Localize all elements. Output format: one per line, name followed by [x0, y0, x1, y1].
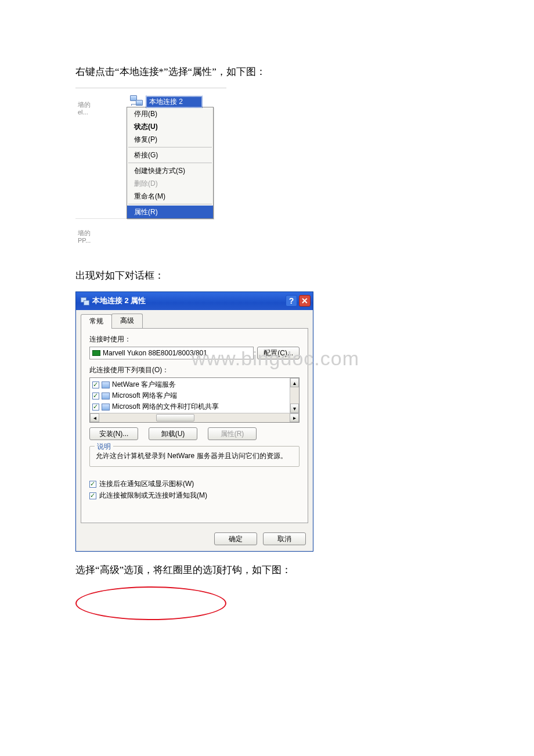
gutter-text: el...: [78, 109, 124, 116]
horizontal-scrollbar[interactable]: ◂ ▸: [90, 413, 299, 422]
description-legend: 说明: [95, 442, 113, 452]
menu-delete: 删除(D): [127, 177, 213, 190]
tab-general[interactable]: 常规: [81, 314, 112, 329]
gutter-text: 墙的: [78, 229, 124, 237]
scroll-right-icon[interactable]: ▸: [290, 413, 299, 422]
red-ellipse-icon: [75, 586, 226, 620]
checkbox-icon[interactable]: [89, 492, 96, 499]
help-button[interactable]: ?: [286, 295, 297, 307]
menu-separator: [128, 163, 212, 163]
service-icon: [102, 404, 110, 411]
item-label: Microsoft 网络的文件和打印机共享: [112, 402, 219, 412]
menu-create-shortcut[interactable]: 创建快捷方式(S): [127, 164, 213, 177]
paragraph-2: 出现对如下对话框：: [75, 268, 459, 283]
show-icon-label: 连接后在通知区域显示图标(W): [99, 479, 194, 489]
label-connect-using: 连接时使用：: [89, 334, 300, 344]
network-connection-icon[interactable]: [130, 95, 145, 108]
menu-separator: [128, 147, 212, 147]
menu-disable[interactable]: 停用(B): [127, 107, 213, 120]
ok-button[interactable]: 确定: [214, 532, 257, 545]
menu-bridge[interactable]: 桥接(G): [127, 149, 213, 161]
list-item[interactable]: Microsoft 网络的文件和打印机共享: [90, 401, 299, 412]
show-icon-checkbox-row[interactable]: 连接后在通知区域显示图标(W): [89, 479, 300, 489]
properties-dialog: 本地连接 2 属性 ? ✕ 常规 高级 连接时使用： Marvell Yukon…: [75, 291, 313, 552]
scroll-up-icon[interactable]: ▴: [290, 378, 299, 387]
menu-repair[interactable]: 修复(P): [127, 133, 213, 146]
menu-properties[interactable]: 属性(R): [127, 206, 213, 218]
network-icon: [81, 297, 89, 304]
scroll-down-icon[interactable]: ▾: [290, 404, 299, 413]
notify-label: 此连接被限制或无连接时通知我(M): [99, 491, 207, 501]
checkbox-icon[interactable]: [89, 481, 96, 488]
network-card-icon: [92, 350, 100, 356]
tab-strip: 常规 高级: [76, 310, 313, 328]
item-label: Microsoft 网络客户端: [112, 391, 177, 401]
checkbox-icon[interactable]: [92, 381, 99, 388]
title-bar[interactable]: 本地连接 2 属性 ? ✕: [76, 292, 313, 310]
left-gutter-1: 墙的 el...: [75, 91, 127, 219]
label-this-connection-items: 此连接使用下列项目(O)：: [89, 365, 300, 375]
dialog-title: 本地连接 2 属性: [92, 296, 146, 306]
configure-button[interactable]: 配置(C)...: [257, 347, 300, 359]
item-label: NetWare 客户端服务: [112, 380, 176, 390]
install-button[interactable]: 安装(N)...: [89, 427, 138, 440]
item-properties-button: 属性(R): [208, 427, 257, 440]
tab-body-general: 连接时使用： Marvell Yukon 88E8001/8003/801 配置…: [81, 328, 308, 523]
menu-rename[interactable]: 重命名(M): [127, 190, 213, 203]
tab-advanced[interactable]: 高级: [111, 314, 143, 328]
service-icon: [102, 381, 110, 388]
connection-name-selected[interactable]: 本地连接 2: [146, 96, 202, 107]
menu-separator: [128, 204, 212, 204]
scroll-left-icon[interactable]: ◂: [90, 413, 99, 422]
adapter-field: Marvell Yukon 88E8001/8003/801: [89, 347, 254, 359]
list-item[interactable]: NetWare 客户端服务: [90, 379, 299, 390]
paragraph-1: 右键点击“本地连接*”选择“属性”，如下图：: [75, 64, 459, 80]
paragraph-3: 选择“高级”选顶，将红圈里的选顶打钩，如下图：: [75, 562, 459, 578]
vertical-scrollbar[interactable]: ▴ ▾: [290, 378, 299, 413]
connection-items-listbox[interactable]: NetWare 客户端服务 Microsoft 网络客户端 Microsoft …: [89, 377, 300, 423]
service-icon: [102, 393, 110, 399]
gutter-text: PP...: [78, 237, 124, 244]
left-gutter-2: 墙的 PP...: [75, 219, 127, 244]
checkbox-icon[interactable]: [92, 393, 99, 399]
adapter-name: Marvell Yukon 88E8001/8003/801: [103, 349, 207, 357]
scroll-thumb[interactable]: [156, 414, 194, 422]
description-text: 允许这台计算机登录到 NetWare 服务器并且访问它们的资源。: [96, 451, 293, 460]
list-item[interactable]: Microsoft 网络客户端: [90, 390, 299, 401]
description-groupbox: 说明 允许这台计算机登录到 NetWare 服务器并且访问它们的资源。: [89, 446, 300, 467]
notify-checkbox-row[interactable]: 此连接被限制或无连接时通知我(M): [89, 491, 300, 501]
context-menu: 停用(B) 状态(U) 修复(P) 桥接(G) 创建快捷方式(S) 删除(D) …: [127, 107, 214, 219]
checkbox-icon[interactable]: [92, 404, 99, 411]
dialog-footer: 确定 取消: [76, 528, 313, 551]
uninstall-button[interactable]: 卸载(U): [149, 427, 197, 440]
cancel-button[interactable]: 取消: [263, 532, 306, 545]
menu-status[interactable]: 状态(U): [127, 120, 213, 133]
red-circle-annotation: [75, 586, 459, 620]
screenshot-context-menu: 墙的 el... 本地连接 2 停用(B) 状态(U) 修复(P) 桥接(G) …: [75, 88, 226, 244]
gutter-text: 墙的: [78, 101, 124, 109]
close-button[interactable]: ✕: [299, 295, 311, 307]
